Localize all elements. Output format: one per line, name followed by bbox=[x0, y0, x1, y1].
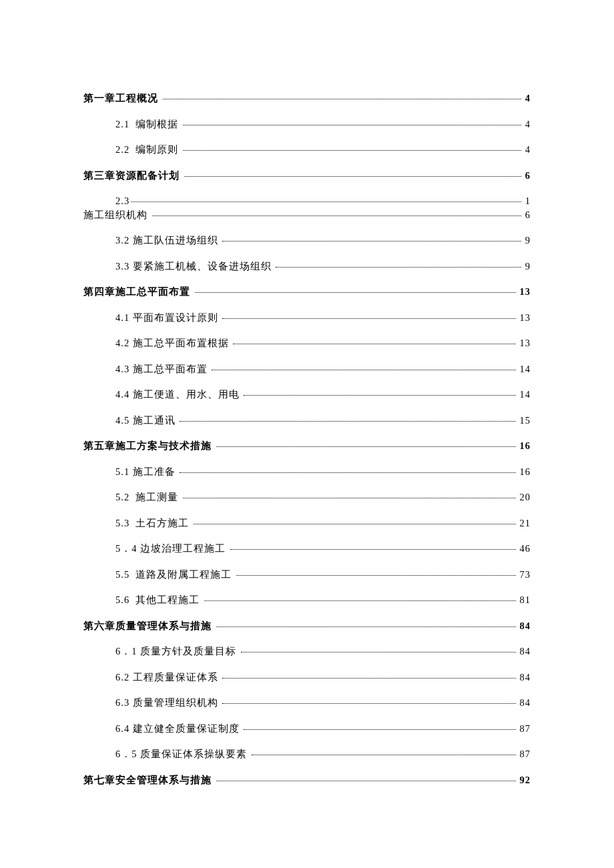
toc-entry-label: 2.2 编制原则 bbox=[115, 145, 182, 155]
toc-entry-label: 3.3 要紧施工机械、设备进场组织 bbox=[115, 262, 274, 272]
toc-entry-label: 第五章施工方案与技术措施 bbox=[83, 441, 215, 451]
toc-entry-page: 4 bbox=[523, 119, 531, 129]
toc-entry-page: 87 bbox=[517, 749, 531, 759]
toc-leader-dots bbox=[216, 446, 516, 447]
toc-leader-dots bbox=[244, 395, 515, 396]
toc-leader-dots bbox=[276, 267, 521, 268]
toc-entry-page: 84 bbox=[517, 646, 531, 657]
toc-entry-page: 84 bbox=[517, 698, 531, 708]
toc-entry-page: 92 bbox=[517, 775, 531, 785]
toc-entry: 5.1 施工准备 16 bbox=[83, 467, 531, 477]
toc-entry-label: 第三章资源配备计划 bbox=[83, 171, 183, 181]
toc-entry-page: 15 bbox=[517, 416, 531, 426]
toc-leader-dots bbox=[180, 472, 515, 473]
toc-leader-dots bbox=[183, 498, 516, 498]
toc-entry-page: 6 bbox=[523, 171, 531, 181]
toc-entry-label: 施工组织机构 bbox=[83, 210, 151, 220]
toc-entry-page: 73 bbox=[517, 570, 531, 580]
toc-leader-dots bbox=[241, 652, 516, 653]
toc-entry-page: 4 bbox=[523, 145, 531, 155]
toc-leader-dots bbox=[222, 703, 515, 704]
toc-entry: 6.4 建立健全质量保证制度 87 bbox=[83, 724, 531, 734]
toc-entry: 3.2 施工队伍进场组织 9 bbox=[83, 236, 531, 246]
toc-entry: 第四章施工总平面布置 13 bbox=[83, 287, 531, 297]
toc-entry-page: 46 bbox=[517, 544, 531, 554]
toc-entry-page: 14 bbox=[517, 390, 531, 400]
toc-entry-label: 4.1 平面布置设计原则 bbox=[115, 313, 221, 323]
toc-entry-label: 6．5 质量保证体系操纵要素 bbox=[115, 749, 250, 759]
toc-entry-page: 9 bbox=[523, 236, 531, 246]
toc-entry: 4.3 施工总平面布置 14 bbox=[83, 364, 531, 374]
toc-entry: 第六章质量管理体系与措施 84 bbox=[83, 621, 531, 631]
toc-entry: 6．1 质量方针及质量目标 84 bbox=[83, 646, 531, 657]
toc-leader-dots bbox=[222, 318, 515, 319]
toc-entry-label: 4.2 施工总平面布置根据 bbox=[115, 338, 232, 348]
toc-entry: 5.3 土石方施工 21 bbox=[83, 518, 531, 528]
toc-entry: 5.6 其他工程施工 81 bbox=[83, 595, 531, 605]
toc-leader-dots bbox=[180, 421, 515, 422]
toc-entry-page: 21 bbox=[517, 518, 531, 528]
toc-entry-page: 13 bbox=[517, 313, 531, 323]
toc-entry: 5．4 边坡治理工程施工 46 bbox=[83, 544, 531, 554]
toc-entry: 6.3 质量管理组织机构 84 bbox=[83, 698, 531, 708]
toc-entry: 第一章工程概况 4 bbox=[83, 93, 531, 103]
toc-leader-dots bbox=[230, 549, 516, 550]
toc-leader-dots bbox=[195, 292, 516, 293]
toc-entry: 4.4 施工便道、用水、用电 14 bbox=[83, 390, 531, 400]
toc-entry-label: 3.2 施工队伍进场组织 bbox=[115, 236, 221, 246]
toc-entry: 6．5 质量保证体系操纵要素 87 bbox=[83, 749, 531, 759]
toc-leader-dots bbox=[216, 781, 516, 781]
toc-entry-page: 20 bbox=[517, 492, 531, 502]
toc-leader-dots bbox=[236, 575, 516, 576]
toc-entry-page: 84 bbox=[517, 621, 531, 631]
toc-entry-page: 14 bbox=[517, 364, 531, 374]
toc-entry-label: 第四章施工总平面布置 bbox=[83, 287, 194, 297]
toc-entry-page: 13 bbox=[517, 338, 531, 348]
toc-entry: 第五章施工方案与技术措施 16 bbox=[83, 441, 531, 451]
toc-entry: 2.2 编制原则 4 bbox=[83, 145, 531, 155]
document-page: 第一章工程概况 42.1 编制根据 42.2 编制原则 4第三章资源配备计划 6… bbox=[0, 0, 614, 868]
toc-entry: 第三章资源配备计划 6 bbox=[83, 171, 531, 181]
toc-leader-dots bbox=[222, 241, 521, 242]
toc-entry-label: 5.5 道路及附属工程施工 bbox=[115, 570, 235, 580]
toc-leader-dots bbox=[131, 201, 521, 202]
toc-entry-label: 6.3 质量管理组织机构 bbox=[115, 698, 221, 708]
toc-entry-page: 9 bbox=[523, 262, 531, 272]
toc-leader-dots bbox=[244, 729, 515, 730]
toc-leader-dots bbox=[233, 344, 515, 344]
toc-entry-label: 4.4 施工便道、用水、用电 bbox=[115, 390, 242, 400]
table-of-contents: 第一章工程概况 42.1 编制根据 42.2 编制原则 4第三章资源配备计划 6… bbox=[83, 93, 531, 785]
toc-entry-label: 6.4 建立健全质量保证制度 bbox=[115, 724, 242, 734]
toc-entry-label: 5.3 土石方施工 bbox=[115, 518, 192, 528]
toc-leader-dots bbox=[252, 755, 516, 755]
toc-entry-label: 6.2 工程质量保证体系 bbox=[115, 673, 221, 683]
toc-entry-page: 1 bbox=[523, 196, 531, 206]
toc-entry: 4.2 施工总平面布置根据 13 bbox=[83, 338, 531, 348]
toc-entry-label: 6．1 质量方针及质量目标 bbox=[115, 646, 240, 657]
toc-entry-page: 6 bbox=[523, 210, 531, 220]
toc-leader-dots bbox=[204, 600, 516, 601]
toc-entry-label: 5.1 施工准备 bbox=[115, 467, 178, 477]
toc-leader-dots bbox=[183, 125, 521, 125]
toc-entry-page: 13 bbox=[517, 287, 531, 297]
toc-entry: 4.5 施工通讯 15 bbox=[83, 416, 531, 426]
toc-entry-label: 第六章质量管理体系与措施 bbox=[83, 621, 215, 631]
toc-entry: 3.3 要紧施工机械、设备进场组织 9 bbox=[83, 262, 531, 272]
toc-leader-dots bbox=[216, 626, 516, 627]
toc-entry: 2.3 1 bbox=[83, 196, 531, 206]
toc-leader-dots bbox=[184, 176, 521, 177]
toc-entry-label: 5．4 边坡治理工程施工 bbox=[115, 544, 229, 554]
toc-entry-page: 16 bbox=[517, 467, 531, 477]
toc-entry-label: 2.3 bbox=[115, 196, 129, 206]
toc-leader-dots bbox=[152, 215, 521, 216]
toc-entry-page: 87 bbox=[517, 724, 531, 734]
toc-leader-dots bbox=[222, 678, 515, 679]
toc-entry-page: 16 bbox=[517, 441, 531, 451]
toc-leader-dots bbox=[194, 524, 516, 524]
toc-entry-label: 第一章工程概况 bbox=[83, 93, 162, 103]
toc-entry: 第七章安全管理体系与措施 92 bbox=[83, 775, 531, 785]
toc-entry-label: 5.2 施工测量 bbox=[115, 492, 182, 502]
toc-entry-label: 5.6 其他工程施工 bbox=[115, 595, 203, 605]
toc-entry: 5.2 施工测量 20 bbox=[83, 492, 531, 502]
toc-entry: 2.1 编制根据 4 bbox=[83, 119, 531, 129]
